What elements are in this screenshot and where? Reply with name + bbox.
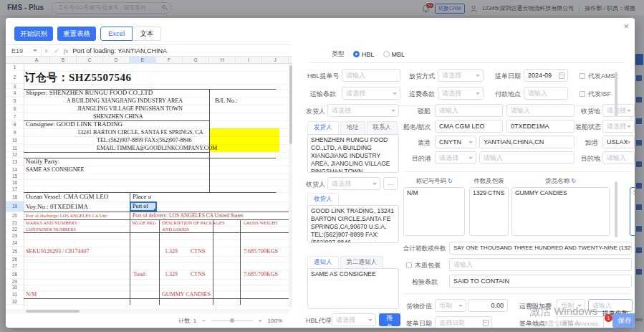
sheet-vertical-scrollbar[interactable] — [289, 64, 292, 308]
transport-terms-select[interactable]: 请选择 — [342, 87, 400, 100]
hbl-agent-select[interactable]: 请选择 — [332, 313, 376, 326]
row-number[interactable]: 1 — [6, 64, 24, 71]
sheet-cell[interactable]: JIANGLING VILLAGE PINGSHAN TOWN — [77, 105, 183, 113]
row-number[interactable]: 25 — [6, 247, 24, 256]
zoom-slider[interactable] — [211, 321, 253, 321]
sheet-horizontal-scrollbar[interactable] — [6, 309, 289, 313]
sheet-cell[interactable]: SAME AS CONSIGNEE — [26, 166, 84, 174]
row-number[interactable]: 26 — [6, 256, 24, 262]
vessel-input[interactable]: CMA CGM LEO — [435, 120, 503, 133]
cargo-amount-input[interactable]: 0.00 — [468, 299, 508, 312]
sheet-cell[interactable]: Port of delivery: LOS ANGELES CA United … — [133, 212, 244, 219]
close-icon[interactable]: × — [623, 21, 629, 32]
column-header[interactable]: A — [24, 57, 50, 64]
consignee-more-button[interactable]: … — [383, 177, 398, 190]
barge-input-1[interactable]: 请输入 — [435, 104, 503, 117]
row-number[interactable]: 7 — [6, 113, 24, 120]
zoom-in-button[interactable]: + — [259, 318, 262, 324]
row-number[interactable]: 15 — [6, 174, 24, 179]
tab-second-notify[interactable]: 第二通知人 — [340, 256, 384, 269]
row-number[interactable]: 8 — [6, 120, 24, 128]
row-number[interactable]: 10 — [6, 136, 24, 144]
shipper-textarea[interactable]: SHENZHEN RUNGU FOOD CO.,LTD, A BUILDING … — [307, 134, 399, 173]
goods-textarea[interactable]: N/M — [403, 187, 465, 236]
freight-terms-select[interactable]: 请选择 — [438, 87, 484, 100]
sheet-cell[interactable]: EMAIL:TIMMEA@GOODLINKCOMPANY.COM — [97, 144, 217, 152]
sheet-cell[interactable]: 1,329 — [165, 270, 178, 279]
surcharge-currency-select[interactable]: 币制 — [557, 299, 585, 312]
row-number[interactable]: 18 — [6, 192, 24, 201]
pol-name-input[interactable]: YANTIAN,CHINA,CN — [479, 136, 575, 148]
column-header[interactable]: B — [50, 57, 77, 64]
shipper-select[interactable]: 请选择 — [327, 104, 399, 117]
sheet-cell[interactable]: 订仓号：SHZ5507546 — [24, 71, 132, 84]
row-number[interactable]: 5 — [6, 97, 24, 105]
clause-input[interactable]: SAID TO CONTAIN — [449, 275, 632, 288]
cell-reference-box[interactable]: E19 — [6, 45, 42, 56]
goods-textarea[interactable]: GUMMY CANDIES — [511, 187, 610, 236]
row-number[interactable]: 16 — [6, 179, 24, 186]
formula-value[interactable]: Port of loading: YANTIAN,CHINA — [72, 47, 167, 54]
sheet-grid[interactable]: 12订仓号：SHZ550754634Shipper: SHENZHEN RUNG… — [6, 64, 292, 308]
sheet-cell[interactable]: N/M — [26, 290, 37, 298]
sheet-cell[interactable]: AND GOODS — [162, 226, 189, 232]
confirm-icon[interactable]: ✓ — [51, 47, 62, 54]
row-number[interactable]: 17 — [6, 186, 24, 192]
voyage-input[interactable]: 0TXEDE1MA — [506, 120, 575, 133]
total-pkgs-input[interactable]: SAY ONE THOUSAND THREE HUNDRED AND TWENT… — [449, 242, 632, 255]
sheet-cell[interactable]: 13241 BARTON CIRCLE, SANTA FE SPRINGS, C… — [77, 128, 203, 136]
sheet-cell[interactable]: CTNS — [191, 270, 205, 279]
column-header[interactable]: G — [183, 57, 209, 64]
row-number[interactable]: 24 — [6, 239, 24, 247]
row-number[interactable]: 19 — [6, 201, 24, 212]
row-number[interactable]: 6 — [6, 105, 24, 113]
cargo-currency-select[interactable]: 币制 — [435, 299, 466, 312]
destination-input[interactable]: 请输入 — [602, 151, 635, 164]
radio-mbl[interactable]: MBL — [383, 51, 405, 58]
sheet-cell[interactable]: 7,685.700KGS — [244, 270, 278, 279]
sheet-cell[interactable]: Consignee: GOOD LINK TRADING — [26, 120, 122, 128]
column-header[interactable]: I — [236, 57, 262, 64]
refresh-icon[interactable]: ↻ — [448, 178, 453, 184]
sheet-cell[interactable]: A BUILDING XIANGJIANG INDUSTRY AREA — [67, 97, 183, 105]
sheet-cell[interactable]: NO.OF PKG — [132, 219, 156, 226]
wood-package-input[interactable]: 请输入 — [449, 258, 632, 271]
sheet-cell[interactable]: GUMMY CANDIES — [162, 290, 211, 298]
tab-contact[interactable]: 联系人 — [367, 121, 398, 134]
bl-date-input[interactable]: 2024-09 — [524, 69, 568, 82]
column-header[interactable]: H — [209, 57, 236, 64]
pol-code-select[interactable]: CNYTN — [435, 136, 476, 148]
row-number[interactable]: 30 — [6, 285, 24, 290]
tab-shipper[interactable]: 发货人 — [307, 121, 339, 134]
loading-status-select[interactable]: 请选择 — [602, 120, 635, 133]
goods-textarea[interactable]: 7 — [630, 187, 635, 236]
row-number[interactable]: 14 — [6, 166, 24, 174]
sheet-cell[interactable]: Notify Party: — [26, 158, 59, 166]
tab-text[interactable]: 文本 — [133, 27, 161, 41]
ams-checkbox[interactable]: 代发AMS — [580, 72, 615, 81]
row-number[interactable]: 20 — [6, 212, 24, 219]
row-number[interactable]: 3 — [6, 84, 24, 89]
sheet-cell[interactable]: 1,329 — [165, 247, 178, 256]
sheet-cell[interactable]: Total: — [133, 270, 147, 279]
sheet-cell[interactable]: MARKS AND NUMBERS / — [26, 219, 80, 226]
row-number[interactable]: 28 — [6, 270, 24, 279]
row-number[interactable]: 11 — [6, 144, 24, 152]
pay-place-input[interactable]: 请输入 — [524, 87, 568, 100]
reset-table-button[interactable]: 重置表格 — [57, 27, 96, 41]
sheet-cell[interactable]: TEL:(562)907-8899 FAX:(562)907-8846 — [97, 136, 192, 144]
wood-package-checkbox[interactable]: 木质包装 — [406, 261, 441, 270]
row-number[interactable]: 32 — [6, 298, 24, 305]
pod-code-select[interactable]: USLAX — [602, 136, 635, 148]
column-header[interactable]: J — [262, 57, 289, 64]
consignee-textarea[interactable]: GOOD LINK TRADING, 13241 BARTON CIRCLE,S… — [307, 205, 399, 243]
column-header[interactable]: E — [130, 57, 156, 64]
sheet-cell[interactable]: SEKU9126293 / C8174407 — [26, 247, 89, 256]
row-number[interactable]: 4 — [6, 89, 24, 97]
tab-excel[interactable]: Excel — [100, 27, 133, 41]
row-number[interactable]: 13 — [6, 158, 24, 166]
row-number[interactable]: 27 — [6, 262, 24, 270]
tab-notify[interactable]: 通知人 — [307, 256, 339, 269]
sheet-cell[interactable]: GROSS WEIGHT — [244, 219, 278, 226]
destport-select[interactable]: 请选择 — [435, 151, 476, 164]
